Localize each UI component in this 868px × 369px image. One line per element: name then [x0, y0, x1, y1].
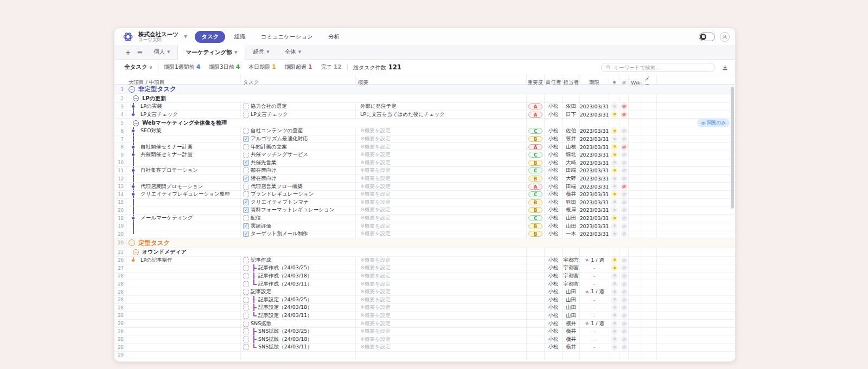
eye-off-icon[interactable]: [621, 151, 628, 158]
cell-visibility[interactable]: [620, 335, 629, 343]
cell-visibility[interactable]: [620, 312, 629, 320]
cell-importance[interactable]: B: [527, 159, 545, 167]
collapse-icon[interactable]: −: [133, 120, 139, 126]
cell-reminder[interactable]: [609, 304, 620, 312]
cell-reminder[interactable]: [609, 257, 620, 264]
search-box[interactable]: [601, 63, 715, 72]
cell-summary[interactable]: 外部に発注予定: [356, 103, 527, 111]
eye-off-icon[interactable]: [621, 215, 628, 222]
eye-off-icon[interactable]: [621, 167, 628, 174]
cell-category[interactable]: LP文言チェック: [126, 111, 241, 119]
task-checkbox[interactable]: [243, 289, 249, 295]
cell-category[interactable]: [126, 159, 241, 167]
tab-list-button[interactable]: ≡: [134, 48, 146, 56]
cell-summary[interactable]: ※概要を設定: [356, 127, 527, 135]
cell-summary[interactable]: ※概要を設定: [356, 257, 527, 264]
cell-responsible[interactable]: 小松: [545, 264, 563, 272]
cell-visibility[interactable]: [620, 344, 629, 351]
cell-wiki[interactable]: [629, 167, 642, 174]
cell-task[interactable]: 記事設定（24/03/25）: [241, 296, 356, 303]
cell-wiki[interactable]: [629, 344, 642, 351]
cell-importance[interactable]: [527, 344, 545, 351]
cell-task[interactable]: SNS拡散（24/03/25）: [241, 328, 356, 335]
cell-summary[interactable]: ※概要を設定: [356, 344, 527, 351]
task-checkbox[interactable]: [243, 273, 249, 279]
cell-responsible[interactable]: 小松: [545, 273, 563, 280]
tab-全体[interactable]: 全体▼: [277, 45, 309, 59]
cell-visibility[interactable]: [620, 127, 629, 135]
cell-task[interactable]: 記事設定（24/03/18）: [241, 304, 356, 312]
cell-importance[interactable]: [527, 264, 545, 272]
task-checkbox[interactable]: [243, 128, 249, 134]
cell-responsible[interactable]: 小松: [545, 335, 563, 343]
cell-task[interactable]: 年間計画の立案: [241, 143, 356, 151]
cell-visibility[interactable]: [620, 328, 629, 335]
bell-icon[interactable]: [611, 230, 618, 237]
task-checkbox[interactable]: [243, 152, 249, 158]
cell-assignee[interactable]: 一木: [563, 230, 580, 238]
cell-wiki[interactable]: [629, 328, 642, 335]
cell-category[interactable]: [126, 320, 241, 327]
cell-memo[interactable]: [642, 191, 657, 198]
eye-off-icon[interactable]: [621, 264, 628, 271]
cell-reminder[interactable]: [609, 320, 620, 327]
cell-responsible[interactable]: 小松: [545, 206, 563, 214]
cell-task[interactable]: ✓実績評価: [241, 222, 356, 230]
cell-visibility[interactable]: [620, 143, 629, 151]
cell-memo[interactable]: [642, 127, 657, 135]
cell-importance[interactable]: C: [527, 127, 545, 135]
cell-memo[interactable]: [642, 312, 657, 320]
cell-importance[interactable]: B: [527, 175, 545, 183]
cell-wiki[interactable]: [629, 257, 642, 264]
cell-summary[interactable]: ※概要を設定: [356, 288, 527, 296]
cell-visibility[interactable]: [620, 230, 629, 238]
task-checkbox[interactable]: ✓: [243, 199, 249, 205]
user-avatar[interactable]: [720, 32, 730, 42]
vertical-scrollbar[interactable]: [731, 86, 734, 356]
cell-wiki[interactable]: [629, 191, 642, 198]
cell-wiki[interactable]: [629, 304, 642, 312]
cell-importance[interactable]: B: [527, 222, 545, 230]
cell-responsible[interactable]: 小松: [545, 312, 563, 320]
cell-category[interactable]: [126, 135, 241, 143]
cell-category[interactable]: [126, 288, 241, 296]
cell-wiki[interactable]: [629, 127, 642, 135]
eye-off-icon[interactable]: [621, 159, 628, 166]
cell-visibility[interactable]: [620, 222, 629, 230]
bell-icon[interactable]: [611, 288, 618, 295]
cell-category[interactable]: [126, 230, 241, 238]
cell-reminder[interactable]: [609, 167, 620, 174]
stat-期限超過[interactable]: 期限超過1: [285, 63, 312, 71]
collapse-icon[interactable]: −: [133, 249, 139, 255]
cell-task[interactable]: ✓共催先営業: [241, 159, 356, 167]
bell-icon[interactable]: [611, 296, 618, 303]
cell-importance[interactable]: [527, 335, 545, 343]
task-checkbox[interactable]: [243, 215, 249, 221]
cell-importance[interactable]: [527, 296, 545, 303]
task-checkbox[interactable]: ✓: [243, 207, 249, 213]
cell-importance[interactable]: [527, 304, 545, 312]
cell-due[interactable]: 2023/03/31: [580, 183, 609, 190]
eye-off-icon[interactable]: [621, 304, 628, 311]
cell-wiki[interactable]: [629, 206, 642, 214]
cell-importance[interactable]: [527, 273, 545, 280]
task-checkbox[interactable]: ✓: [243, 223, 249, 229]
cell-category[interactable]: クリエイティブレギュレーション整理: [126, 191, 241, 198]
stat-完了[interactable]: 完了12: [321, 63, 342, 71]
bell-icon[interactable]: [611, 127, 618, 134]
cell-summary[interactable]: LPに文言を当てはめた後にチェック: [356, 111, 527, 119]
cell-category[interactable]: [126, 280, 241, 288]
cell-assignee[interactable]: 山田: [563, 215, 580, 222]
cell-category[interactable]: SEO対策: [126, 127, 241, 135]
cell-wiki[interactable]: [629, 135, 642, 143]
eye-off-icon[interactable]: [621, 257, 628, 264]
search-input[interactable]: [614, 64, 710, 70]
cell-wiki[interactable]: [629, 320, 642, 327]
cell-assignee[interactable]: 宇都宮: [563, 273, 580, 280]
cell-summary[interactable]: ※概要を設定: [356, 222, 527, 230]
cell-memo[interactable]: [642, 320, 657, 327]
cell-assignee[interactable]: 横井: [563, 335, 580, 343]
cell-task[interactable]: SNS拡散: [241, 320, 356, 327]
cell-task[interactable]: ブランドレギュレーション: [241, 191, 356, 198]
cell-reminder[interactable]: [609, 296, 620, 303]
